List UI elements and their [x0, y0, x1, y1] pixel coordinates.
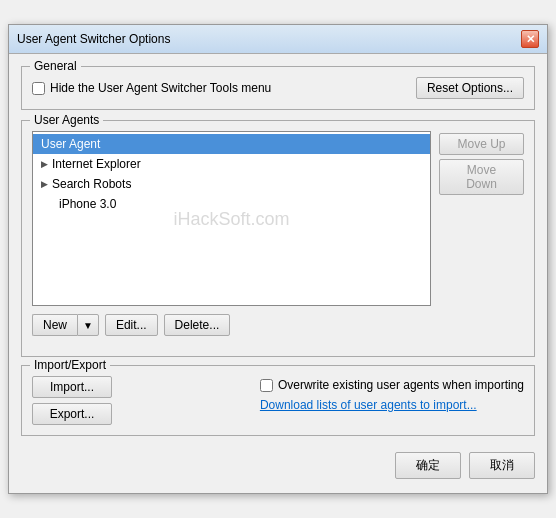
- window-title: User Agent Switcher Options: [17, 32, 170, 46]
- title-bar: User Agent Switcher Options ✕: [9, 25, 547, 54]
- general-group: General Hide the User Agent Switcher Too…: [21, 66, 535, 110]
- list-item-label: Internet Explorer: [52, 157, 141, 171]
- expand-arrow-icon: ▶: [41, 159, 48, 169]
- cancel-button[interactable]: 取消: [469, 452, 535, 479]
- hide-tools-menu-label[interactable]: Hide the User Agent Switcher Tools menu: [32, 81, 271, 95]
- new-button-container: New ▼: [32, 314, 99, 336]
- import-export-group: Import/Export Import... Export... Overwr…: [21, 365, 535, 436]
- list-item[interactable]: User Agent: [33, 134, 430, 154]
- list-item-label: User Agent: [41, 137, 100, 151]
- overwrite-checkbox[interactable]: [260, 379, 273, 392]
- move-up-button[interactable]: Move Up: [439, 133, 524, 155]
- user-agents-group-title: User Agents: [30, 113, 103, 127]
- new-dropdown-button[interactable]: ▼: [77, 314, 99, 336]
- list-item[interactable]: ▶ Internet Explorer: [33, 154, 430, 174]
- import-export-left: Import... Export...: [32, 376, 112, 425]
- move-down-button[interactable]: Move Down: [439, 159, 524, 195]
- import-button[interactable]: Import...: [32, 376, 112, 398]
- export-button[interactable]: Export...: [32, 403, 112, 425]
- hide-tools-menu-text: Hide the User Agent Switcher Tools menu: [50, 81, 271, 95]
- general-group-title: General: [30, 59, 81, 73]
- download-link[interactable]: Download lists of user agents to import.…: [260, 398, 477, 412]
- hide-tools-menu-checkbox[interactable]: [32, 82, 45, 95]
- list-item[interactable]: iPhone 3.0: [33, 194, 430, 214]
- close-button[interactable]: ✕: [521, 30, 539, 48]
- delete-button[interactable]: Delete...: [164, 314, 231, 336]
- general-row: Hide the User Agent Switcher Tools menu …: [32, 77, 524, 99]
- user-agents-section: User Agent ▶ Internet Explorer ▶ Search …: [32, 131, 524, 306]
- list-item-label: Search Robots: [52, 177, 131, 191]
- bottom-buttons: New ▼ Edit... Delete...: [32, 314, 524, 336]
- edit-button[interactable]: Edit...: [105, 314, 158, 336]
- list-item[interactable]: ▶ Search Robots: [33, 174, 430, 194]
- overwrite-text: Overwrite existing user agents when impo…: [278, 378, 524, 392]
- expand-arrow-icon: ▶: [41, 179, 48, 189]
- main-window: User Agent Switcher Options ✕ General Hi…: [8, 24, 548, 494]
- new-button[interactable]: New: [32, 314, 77, 336]
- dialog-footer: 确定 取消: [21, 446, 535, 483]
- side-buttons: Move Up Move Down: [439, 131, 524, 306]
- import-export-inner: Import... Export... Overwrite existing u…: [32, 376, 524, 425]
- user-agents-listbox[interactable]: User Agent ▶ Internet Explorer ▶ Search …: [32, 131, 431, 306]
- import-export-right: Overwrite existing user agents when impo…: [260, 376, 524, 412]
- ok-button[interactable]: 确定: [395, 452, 461, 479]
- import-export-title: Import/Export: [30, 358, 110, 372]
- list-container: User Agent ▶ Internet Explorer ▶ Search …: [32, 131, 431, 306]
- list-item-label: iPhone 3.0: [59, 197, 116, 211]
- reset-options-button[interactable]: Reset Options...: [416, 77, 524, 99]
- user-agents-group: User Agents User Agent ▶ Internet Explor…: [21, 120, 535, 357]
- content-area: General Hide the User Agent Switcher Too…: [9, 54, 547, 493]
- overwrite-label[interactable]: Overwrite existing user agents when impo…: [260, 378, 524, 392]
